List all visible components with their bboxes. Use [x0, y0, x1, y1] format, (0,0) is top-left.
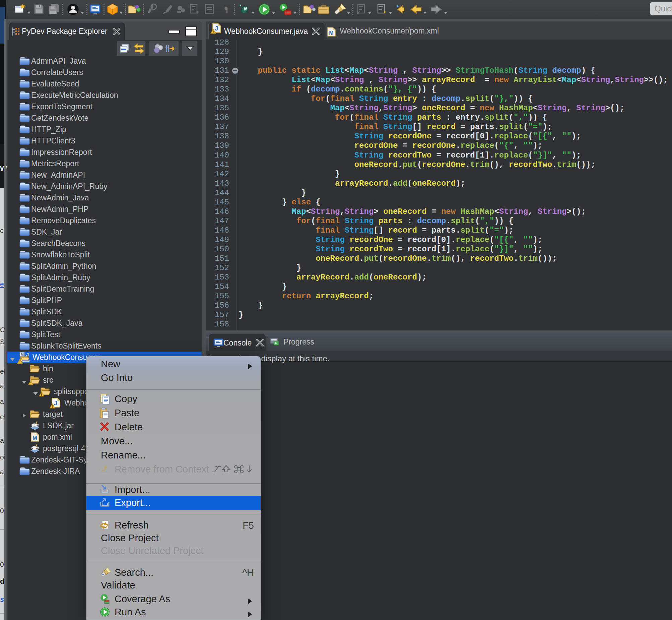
svg-text:¶: ¶ — [224, 5, 229, 14]
svg-text:J: J — [26, 352, 29, 357]
svg-text:M: M — [33, 435, 37, 441]
svg-text:M: M — [20, 353, 23, 357]
svg-text:M: M — [329, 30, 333, 36]
